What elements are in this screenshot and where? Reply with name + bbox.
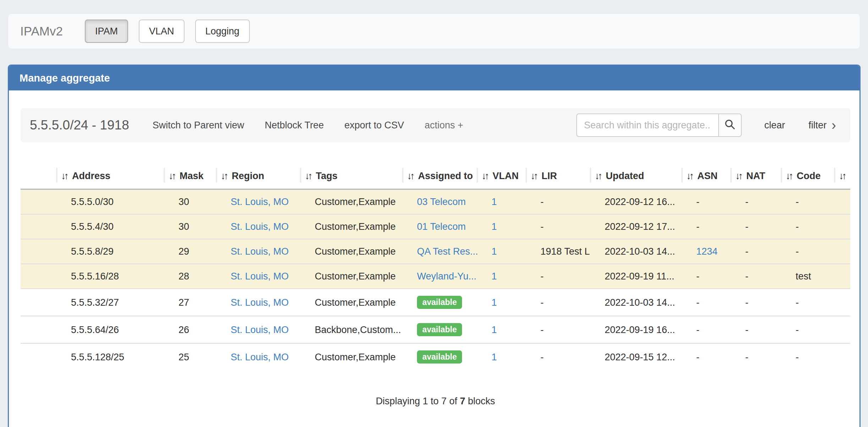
summary-suffix: blocks [468,396,495,406]
table-inner: ↓↑Address ↓↑Mask ↓↑Region ↓↑Tags ↓↑Assig… [21,165,850,382]
vlan-link[interactable]: 1 [491,325,497,335]
vlan-link[interactable]: 1 [491,352,497,362]
nav-tab-logging[interactable]: Logging [195,20,250,43]
column-header-nat[interactable]: ↓↑NAT [731,165,781,189]
actions-menu-link[interactable]: actions + [425,120,463,131]
tags-cell: Customer,Example [301,239,403,264]
search-button[interactable] [718,113,742,137]
vlan-cell: 1 [477,343,526,370]
nat-cell: - [731,264,781,289]
region-cell: St. Louis, MO [216,316,301,343]
table-summary: Displaying 1 to 7 of 7 blocks [21,396,850,407]
sort-icon: ↓↑ [595,171,601,181]
region-link[interactable]: St. Louis, MO [231,221,289,232]
sort-icon: ↓↑ [735,171,741,181]
updated-cell: 2022-10-03 14... [590,289,682,316]
column-header-region[interactable]: ↓↑Region [216,165,301,189]
vlan-link[interactable]: 1 [491,221,497,232]
region-link[interactable]: St. Louis, MO [231,246,289,257]
column-header-lir[interactable]: ↓↑LIR [526,165,590,189]
assigned-to-link[interactable]: Weyland-Yu... [417,271,477,282]
nav-tab-vlan[interactable]: VLAN [139,20,185,43]
clear-link[interactable]: clear [764,120,785,131]
assigned-to-link[interactable]: QA Test Res... [417,246,477,257]
sort-icon: ↓↑ [786,171,792,181]
lir-cell: - [526,189,590,215]
region-link[interactable]: St. Louis, MO [231,352,289,362]
code-cell: - [781,289,835,316]
mask-cell: 28 [164,264,216,289]
table-row: 5.5.5.8/29 29 St. Louis, MO Customer,Exa… [21,239,850,264]
code-cell: - [781,214,835,239]
updated-cell: 2022-09-15 12... [590,343,682,370]
region-link[interactable]: St. Louis, MO [231,297,289,308]
assigned-to-cell: QA Test Res... [403,239,477,264]
updated-cell: 2022-09-12 17... [590,214,682,239]
vlan-cell: 1 [477,316,526,343]
region-link[interactable]: St. Louis, MO [231,196,289,207]
column-header-clipped[interactable]: ↓↑ [835,165,850,189]
tags-cell: Customer,Example [301,189,403,215]
region-cell: St. Louis, MO [216,214,301,239]
filter-link[interactable]: filter › [808,118,836,132]
region-cell: St. Louis, MO [216,343,301,370]
nav-tab-ipam[interactable]: IPAM [85,20,128,43]
column-header-select [21,165,57,189]
asn-cell: - [682,214,731,239]
table-row: 5.5.5.128/25 25 St. Louis, MO Customer,E… [21,343,850,370]
sort-icon: ↓↑ [61,171,67,181]
export-csv-link[interactable]: export to CSV [344,120,404,131]
nat-cell: - [731,239,781,264]
assigned-to-cell: available [403,343,477,370]
code-cell: - [781,239,835,264]
vlan-link[interactable]: 1 [491,297,497,308]
lir-cell: - [526,214,590,239]
panel-body: 5.5.5.0/24 - 1918 Switch to Parent view … [9,90,859,407]
column-header-code[interactable]: ↓↑Code [781,165,835,189]
switch-parent-view-link[interactable]: Switch to Parent view [153,120,244,131]
sort-icon: ↓↑ [482,171,488,181]
region-link[interactable]: St. Louis, MO [231,325,289,335]
updated-cell: 2022-09-19 16... [590,316,682,343]
lir-cell: - [526,289,590,316]
column-header-vlan[interactable]: ↓↑VLAN [477,165,526,189]
table-row: 5.5.5.0/30 30 St. Louis, MO Customer,Exa… [21,189,850,215]
asn-cell: 1234 [682,239,731,264]
mask-cell: 27 [164,289,216,316]
assigned-to-link[interactable]: 03 Telecom [417,196,466,207]
search-input[interactable] [576,113,718,137]
available-status-badge: available [417,350,462,364]
vlan-cell: 1 [477,214,526,239]
vlan-link[interactable]: 1 [491,196,497,207]
lir-cell: - [526,264,590,289]
app-brand: IPAMv2 [20,24,63,38]
asn-link[interactable]: 1234 [696,246,718,257]
select-cell [21,343,57,370]
asn-cell: - [682,289,731,316]
address-cell: 5.5.5.16/28 [57,264,164,289]
column-header-tags[interactable]: ↓↑Tags [301,165,403,189]
select-cell [21,316,57,343]
table-row: 5.5.5.4/30 30 St. Louis, MO Customer,Exa… [21,214,850,239]
assigned-to-link[interactable]: 01 Telecom [417,221,466,232]
column-header-updated[interactable]: ↓↑Updated [590,165,682,189]
address-cell: 5.5.5.64/26 [57,316,164,343]
column-header-mask[interactable]: ↓↑Mask [164,165,216,189]
vlan-link[interactable]: 1 [491,271,497,282]
region-link[interactable]: St. Louis, MO [231,271,289,282]
column-header-address[interactable]: ↓↑Address [57,165,164,189]
select-cell [21,239,57,264]
column-header-asn[interactable]: ↓↑ASN [682,165,731,189]
select-cell [21,189,57,215]
vlan-link[interactable]: 1 [491,246,497,257]
filler-cell [835,214,850,239]
tags-cell: Backbone,Custom... [301,316,403,343]
filler-cell [835,343,850,370]
table-horizontal-scroll[interactable]: ↓↑Address ↓↑Mask ↓↑Region ↓↑Tags ↓↑Assig… [21,165,850,382]
column-header-assigned-to[interactable]: ↓↑Assigned to [403,165,477,189]
region-cell: St. Louis, MO [216,289,301,316]
lir-cell: 1918 Test LIR [526,239,590,264]
vlan-cell: 1 [477,289,526,316]
nat-cell: - [731,214,781,239]
netblock-tree-link[interactable]: Netblock Tree [265,120,324,131]
